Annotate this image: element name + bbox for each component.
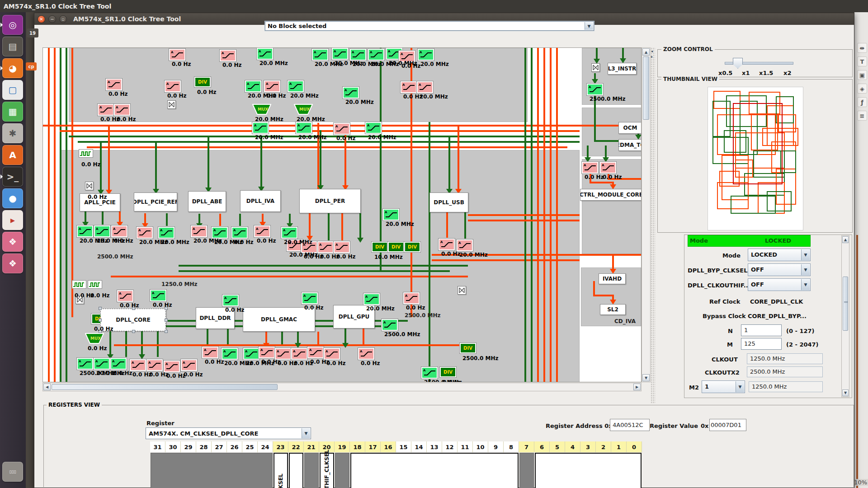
module-box-dpll_abe[interactable]: DPLL_ABE (188, 191, 226, 212)
register-combo[interactable]: AM574X. CM_CLKSEL_DPLL_CORE ▼ (146, 427, 311, 439)
clock-gate-node[interactable]: A (243, 348, 259, 360)
properties-vscrollbar[interactable]: ▲ ▼ (841, 235, 849, 397)
div-node[interactable]: DIV (460, 343, 476, 353)
clock-gate-node[interactable]: A (111, 225, 127, 237)
selection-handle[interactable] (165, 330, 168, 333)
div-node[interactable]: DIV (372, 242, 388, 252)
selection-handle[interactable] (165, 319, 168, 322)
module-box-ocm[interactable]: OCM (618, 122, 642, 134)
settings-icon[interactable]: ✱ (2, 123, 23, 143)
selection-handle[interactable] (132, 330, 135, 333)
sidebar-frame-icon[interactable]: ▣ (857, 70, 867, 80)
pscroll-thumb[interactable] (843, 277, 848, 331)
mux-node[interactable]: MUX (294, 104, 313, 115)
clock-gate-node[interactable]: A (457, 239, 473, 251)
calc-icon[interactable]: ▦ (2, 102, 23, 122)
chevron-down-icon[interactable]: ▼ (801, 264, 810, 275)
clock-gate-node[interactable]: A (146, 359, 163, 371)
pulse-source-node[interactable] (72, 280, 86, 289)
chevron-down-icon[interactable]: ▼ (801, 249, 810, 260)
files-icon[interactable]: ▤ (2, 37, 23, 56)
clock-gate-node[interactable]: A (252, 122, 269, 134)
scroll-down-icon[interactable]: ▼ (842, 389, 849, 396)
mux-node[interactable]: MUX (252, 104, 271, 115)
bit-field-cell[interactable] (535, 453, 642, 488)
clock-gate-node[interactable]: A (288, 80, 304, 92)
splitter-collapse-right-icon[interactable]: ▸ (651, 55, 653, 59)
bit-field-cell[interactable] (289, 453, 303, 488)
clock-gate-node[interactable]: A (130, 359, 146, 371)
scroll-right-icon[interactable]: ▶ (633, 384, 641, 390)
clock-gate-node[interactable]: A (169, 49, 185, 61)
clock-gate-node[interactable]: A (421, 367, 438, 379)
n-input[interactable]: 1 (741, 324, 782, 336)
clock-gate-node[interactable]: A (220, 50, 236, 61)
clock-gate-node[interactable]: A (264, 80, 280, 92)
block-selector-combo[interactable]: No Block selected ▼ (265, 21, 594, 31)
scroll-up-icon[interactable]: ▲ (842, 236, 849, 243)
terminal-icon[interactable]: >_ (2, 167, 23, 187)
clock-gate-node[interactable]: A (317, 241, 334, 253)
clock-gate-node[interactable]: A (417, 81, 433, 93)
selection-handle[interactable] (99, 307, 102, 310)
clock-gate-node[interactable]: A (212, 227, 228, 239)
firefox-icon[interactable]: ◕ (2, 58, 23, 78)
clock-gate-node[interactable]: A (312, 49, 328, 61)
module-box-ivahd[interactable]: IVAHD (599, 273, 626, 284)
module-box-edma_tc[interactable]: EDMA_TC (618, 139, 642, 151)
minimize-button[interactable]: − (48, 15, 56, 23)
panel-splitter[interactable]: ◂ ▸ (651, 47, 655, 404)
chevron-down-icon[interactable]: ▼ (585, 22, 593, 30)
clock-gate-node[interactable]: A (334, 241, 350, 253)
clock-gate-node[interactable]: A (254, 225, 270, 237)
selection-handle[interactable] (99, 319, 102, 322)
scroll-left-icon[interactable]: ◀ (43, 384, 51, 390)
clock-gate-node[interactable]: A (582, 162, 598, 174)
sidebar-slider-icon[interactable]: ⇹ (857, 43, 867, 53)
clkouthif-combo[interactable]: OFF ▼ (748, 278, 811, 291)
clock-gate-node[interactable]: A (110, 358, 127, 370)
clock-gate-node[interactable]: A (191, 225, 207, 237)
clock-tree-canvas[interactable]: A0.0 HzA0.0 HzA20.0 MHzA20.0 MHzA20.0 MH… (42, 47, 642, 382)
module-box-dpll_usb[interactable]: DPLL_USB (429, 192, 468, 212)
mode-combo[interactable]: LOCKED ▼ (748, 249, 811, 261)
clock-gate-node[interactable]: A (245, 80, 261, 92)
clock-gate-node[interactable]: A (231, 227, 248, 239)
clock-gate-node[interactable]: A (383, 209, 399, 221)
clock-gate-node[interactable]: A (363, 293, 380, 305)
byp-clksel-combo[interactable]: OFF ▼ (748, 263, 811, 276)
clock-gate-node[interactable]: A (302, 292, 318, 304)
clock-gate-node[interactable]: A (222, 348, 238, 360)
clock-gate-node[interactable]: A (259, 347, 275, 358)
clock-gate-node[interactable]: A (117, 290, 133, 302)
clock-gate-node[interactable]: A (181, 359, 197, 371)
div-node[interactable]: DIV (404, 242, 420, 252)
sidebar-list-icon[interactable]: ≡ (857, 111, 867, 121)
clock-gate-node[interactable]: A (332, 48, 348, 60)
clock-gate-node[interactable]: A (382, 319, 398, 331)
clock-gate-node[interactable]: A (334, 123, 350, 135)
module-box-dpll_iva[interactable]: DPLL_IVA (240, 190, 281, 212)
media-icon[interactable]: ▸ (2, 210, 23, 230)
app2-icon[interactable]: ❖ (2, 253, 23, 273)
module-box-l3_instr[interactable]: L3_INSTR (608, 63, 637, 75)
splitter-collapse-left-icon[interactable]: ◂ (651, 49, 653, 53)
hscroll-thumb[interactable] (52, 384, 278, 390)
maximize-button[interactable]: ▫ (59, 15, 67, 23)
bit-field-cell[interactable] (335, 453, 349, 488)
bit-field-cell[interactable] (151, 453, 273, 488)
trash-icon[interactable]: ▯▯▯ (2, 462, 23, 482)
clock-gate-node[interactable]: A (257, 48, 273, 60)
terminator-node[interactable] (167, 100, 176, 109)
chevron-down-icon[interactable]: ▼ (302, 428, 310, 438)
clock-gate-node[interactable]: A (365, 122, 382, 134)
clock-gate-node[interactable]: A (368, 49, 384, 61)
clock-gate-node[interactable]: A (77, 225, 93, 237)
vscroll-thumb[interactable] (643, 56, 649, 120)
chevron-down-icon[interactable]: ▼ (736, 381, 744, 392)
chat-icon[interactable]: ● (2, 188, 23, 208)
bit-field-cell[interactable] (350, 453, 519, 488)
bit-field-cell[interactable] (304, 453, 319, 488)
clock-gate-node[interactable]: A (418, 49, 434, 61)
clock-gate-node[interactable]: A (222, 295, 239, 306)
